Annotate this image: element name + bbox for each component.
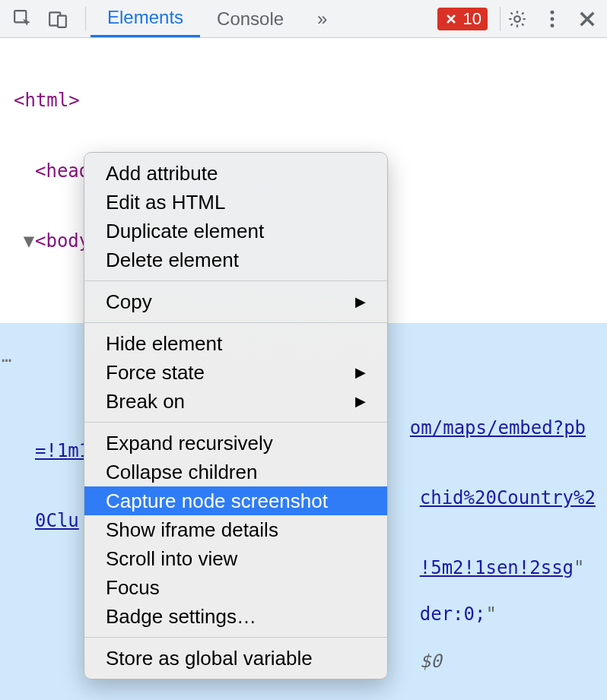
context-menu: Add attribute Edit as HTML Duplicate ele… bbox=[84, 152, 388, 679]
separator bbox=[84, 322, 387, 323]
separator bbox=[84, 422, 387, 423]
tab-overflow[interactable]: » bbox=[300, 0, 344, 37]
tab-console[interactable]: Console bbox=[200, 0, 300, 37]
inspect-icon[interactable] bbox=[11, 7, 35, 31]
close-icon[interactable] bbox=[575, 7, 599, 31]
kebab-icon[interactable] bbox=[540, 7, 564, 31]
ctx-expand-recursively[interactable]: Expand recursively bbox=[84, 429, 387, 458]
error-icon bbox=[443, 11, 459, 27]
device-toggle-icon[interactable] bbox=[46, 7, 70, 31]
svg-point-4 bbox=[551, 10, 555, 14]
ctx-add-attribute[interactable]: Add attribute bbox=[84, 159, 387, 188]
ctx-store-as-global[interactable]: Store as global variable bbox=[84, 644, 387, 673]
ctx-hide-element[interactable]: Hide element bbox=[84, 329, 387, 358]
chevron-right-icon: ▶ bbox=[355, 293, 366, 310]
ctx-copy[interactable]: Copy▶ bbox=[84, 287, 387, 316]
dom-node-html[interactable]: <html> bbox=[0, 89, 607, 112]
selection-dots-icon: … bbox=[2, 346, 13, 367]
svg-point-5 bbox=[551, 17, 555, 21]
separator bbox=[84, 280, 387, 281]
ctx-collapse-children[interactable]: Collapse children bbox=[84, 458, 387, 486]
ctx-scroll-into-view[interactable]: Scroll into view bbox=[84, 544, 387, 573]
svg-point-6 bbox=[551, 24, 555, 27]
svg-point-3 bbox=[514, 16, 520, 22]
ctx-badge-settings[interactable]: Badge settings… bbox=[84, 602, 387, 631]
ctx-focus[interactable]: Focus bbox=[84, 573, 387, 602]
gear-icon[interactable] bbox=[505, 7, 529, 31]
devtools-toolbar: Elements Console » 10 bbox=[0, 0, 607, 38]
tab-elements[interactable]: Elements bbox=[91, 0, 200, 37]
ctx-duplicate-element[interactable]: Duplicate element bbox=[84, 217, 387, 245]
chevron-right-icon: ▶ bbox=[355, 393, 366, 410]
ctx-delete-element[interactable]: Delete element bbox=[84, 245, 387, 274]
ctx-show-iframe-details[interactable]: Show iframe details bbox=[84, 515, 387, 544]
ctx-force-state[interactable]: Force state▶ bbox=[84, 358, 387, 387]
separator bbox=[500, 7, 501, 31]
svg-rect-2 bbox=[58, 15, 66, 27]
error-count: 10 bbox=[463, 9, 481, 29]
error-count-badge[interactable]: 10 bbox=[437, 8, 488, 30]
chevron-right-icon: ▶ bbox=[355, 364, 366, 381]
expand-triangle-icon[interactable]: ▼ bbox=[23, 230, 35, 253]
ctx-capture-node-screenshot[interactable]: Capture node screenshot bbox=[84, 486, 387, 515]
separator bbox=[84, 637, 387, 638]
ctx-edit-as-html[interactable]: Edit as HTML bbox=[84, 188, 387, 217]
separator bbox=[85, 7, 86, 31]
panel-tabs: Elements Console » bbox=[91, 0, 344, 37]
ctx-break-on[interactable]: Break on▶ bbox=[84, 387, 387, 416]
